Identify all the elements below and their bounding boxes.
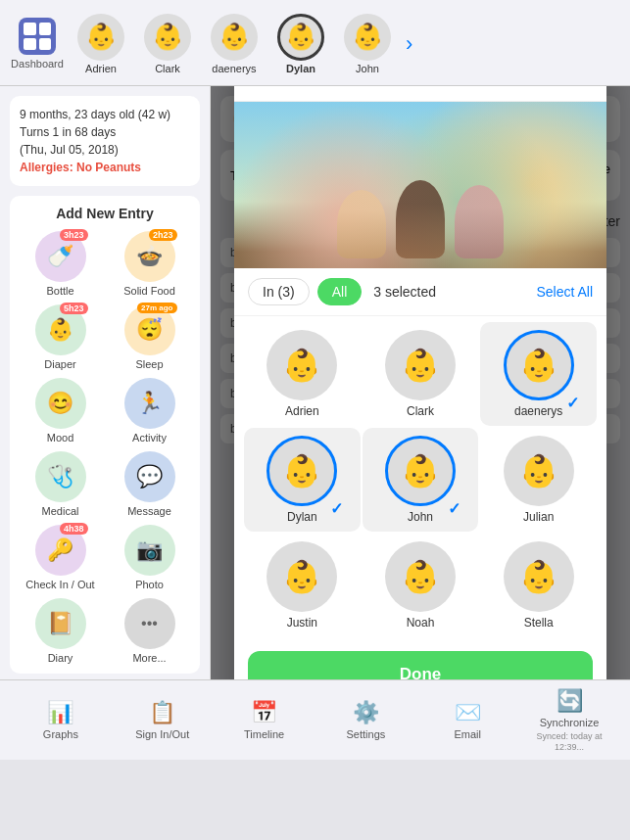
children-selection-grid: 👶 Adrien 👶 Clark 👶 dae xyxy=(234,316,606,643)
child-cell-justin[interactable]: 👶 Justin xyxy=(244,534,361,637)
photo-child-2 xyxy=(396,180,445,258)
timeline-icon: 📅 xyxy=(251,700,277,725)
tab-all-button[interactable]: All xyxy=(317,278,363,305)
selected-count: 3 selected xyxy=(373,284,436,300)
solid-food-badge: 2h23 xyxy=(149,229,177,241)
child-info-box: 9 months, 23 days old (42 w) Turns 1 in … xyxy=(10,96,200,186)
activity-icon: 🏃 xyxy=(124,378,175,429)
entry-solid-food[interactable]: 🍲 2h23 Solid Food xyxy=(109,231,190,297)
child-cell-dylan[interactable]: 👶 Dylan ✓ xyxy=(244,428,361,532)
medical-icon: 🩺 xyxy=(35,451,86,502)
sync-status: Synced: today at 12:39... xyxy=(530,731,608,753)
right-panel: 😴 Started sleeping 27m ago at 12:13 PM T… xyxy=(211,86,630,679)
modal-header: Tag Children Cancel xyxy=(234,86,606,102)
child-photo-justin: 👶 xyxy=(267,541,337,612)
entry-more[interactable]: ••• More... xyxy=(109,598,190,664)
entry-checkin[interactable]: 🔑 4h38 Check In / Out xyxy=(20,525,101,590)
child-photo-noah: 👶 xyxy=(385,541,456,612)
entry-mood[interactable]: 😊 Mood xyxy=(20,378,101,443)
child-date: (Thu, Jul 05, 2018) xyxy=(20,141,190,159)
child-name-adrien: Adrien xyxy=(85,63,117,74)
entry-activity[interactable]: 🏃 Activity xyxy=(109,378,190,443)
more-label: More... xyxy=(132,652,166,664)
child-cell-john[interactable]: 👶 John ✓ xyxy=(363,428,479,532)
diaper-badge: 5h23 xyxy=(60,303,88,314)
entry-medical[interactable]: 🩺 Medical xyxy=(20,451,101,517)
nav-settings[interactable]: ⚙️ Settings xyxy=(326,700,405,740)
child-photo-adrien: 👶 xyxy=(267,330,337,400)
child-label-adrien: Adrien xyxy=(285,404,319,418)
john-checkmark: ✓ xyxy=(448,499,460,518)
diary-icon: 📔 xyxy=(35,598,86,649)
nav-email[interactable]: ✉️ Email xyxy=(428,700,507,740)
modal-title: Tag Children xyxy=(303,86,541,87)
child-avatar-clark[interactable]: 👶 Clark xyxy=(137,14,198,74)
synchronize-label: Synchronize xyxy=(540,717,600,728)
sleep-label: Sleep xyxy=(135,358,163,370)
child-name-dylan: Dylan xyxy=(286,63,315,74)
child-avatar-adrien[interactable]: 👶 Adrien xyxy=(71,14,131,74)
child-avatar-dylan[interactable]: 👶 Dylan xyxy=(270,14,331,74)
add-new-entry-title: Add New Entry xyxy=(20,206,190,221)
child-cell-julian[interactable]: 👶 Julian xyxy=(480,428,597,532)
child-cell-clark[interactable]: 👶 Clark xyxy=(363,322,479,426)
child-cell-adrien[interactable]: 👶 Adrien xyxy=(244,322,361,426)
child-photo-dylan: 👶 xyxy=(267,436,337,506)
entry-message[interactable]: 💬 Message xyxy=(109,451,190,517)
child-turns: Turns 1 in 68 days xyxy=(20,123,190,141)
photo-child-3 xyxy=(455,185,504,258)
avatar-john: 👶 xyxy=(344,14,391,61)
nav-graphs[interactable]: 📊 Graphs xyxy=(22,700,100,740)
child-cell-stella[interactable]: 👶 Stella xyxy=(480,534,597,637)
child-allergies: Allergies: No Peanuts xyxy=(20,159,190,176)
add-new-entry-panel: Add New Entry 🍼 3h23 Bottle 🍲 2h23 Solid… xyxy=(10,196,200,674)
nav-sign-in-out[interactable]: 📋 Sign In/Out xyxy=(123,700,202,740)
sleep-icon: 😴 27m ago xyxy=(124,304,175,355)
next-children-arrow[interactable]: › xyxy=(406,31,412,57)
child-label-clark: Clark xyxy=(407,404,434,418)
settings-icon: ⚙️ xyxy=(353,700,379,725)
diaper-label: Diaper xyxy=(44,358,75,370)
select-all-button[interactable]: Select All xyxy=(536,284,593,300)
entry-bottle[interactable]: 🍼 3h23 Bottle xyxy=(20,231,101,297)
left-panel: 9 months, 23 days old (42 w) Turns 1 in … xyxy=(0,86,211,679)
child-photo-clark: 👶 xyxy=(385,330,456,400)
entry-diary[interactable]: 📔 Diary xyxy=(20,598,101,664)
main-area: 9 months, 23 days old (42 w) Turns 1 in … xyxy=(0,86,630,679)
top-header: Dashboard 👶 Adrien 👶 Clark 👶 daenerys 👶 … xyxy=(0,0,630,86)
entry-photo[interactable]: 📷 Photo xyxy=(109,525,190,590)
activity-label: Activity xyxy=(132,432,167,443)
done-button[interactable]: Done xyxy=(248,651,593,679)
photo-child-1 xyxy=(337,190,386,258)
graphs-label: Graphs xyxy=(43,728,78,740)
child-cell-noah[interactable]: 👶 Noah xyxy=(363,534,479,637)
child-avatar-daenerys[interactable]: 👶 daenerys xyxy=(204,14,265,74)
checkin-badge: 4h38 xyxy=(60,523,88,535)
child-label-dylan: Dylan xyxy=(287,510,317,524)
child-name-john: John xyxy=(356,63,379,74)
graphs-icon: 📊 xyxy=(47,700,73,725)
child-cell-daenerys[interactable]: 👶 daenerys ✓ xyxy=(480,322,597,426)
photo-placeholder xyxy=(234,102,606,268)
message-label: Message xyxy=(127,505,171,517)
nav-synchronize[interactable]: 🔄 Synchronize Synced: today at 12:39... xyxy=(530,688,608,753)
child-label-noah: Noah xyxy=(407,616,435,630)
entry-diaper[interactable]: 👶 5h23 Diaper xyxy=(20,304,101,370)
dylan-checkmark: ✓ xyxy=(330,499,343,518)
child-name-daenerys: daenerys xyxy=(212,63,256,74)
nav-timeline[interactable]: 📅 Timeline xyxy=(225,700,304,740)
checkin-label: Check In / Out xyxy=(25,579,94,590)
message-icon: 💬 xyxy=(124,451,175,502)
child-photo-john: 👶 xyxy=(385,436,456,506)
timeline-label: Timeline xyxy=(244,728,284,740)
bottle-label: Bottle xyxy=(46,285,73,297)
child-avatar-john[interactable]: 👶 John xyxy=(337,14,398,74)
dashboard-button[interactable]: Dashboard xyxy=(10,18,65,70)
bottle-icon: 🍼 3h23 xyxy=(35,231,86,282)
child-photo-julian: 👶 xyxy=(504,436,574,506)
entry-sleep[interactable]: 😴 27m ago Sleep xyxy=(109,304,190,370)
mood-label: Mood xyxy=(47,432,74,443)
avatar-dylan: 👶 xyxy=(277,14,324,61)
tab-in-button[interactable]: In (3) xyxy=(248,278,310,305)
settings-label: Settings xyxy=(347,728,386,740)
